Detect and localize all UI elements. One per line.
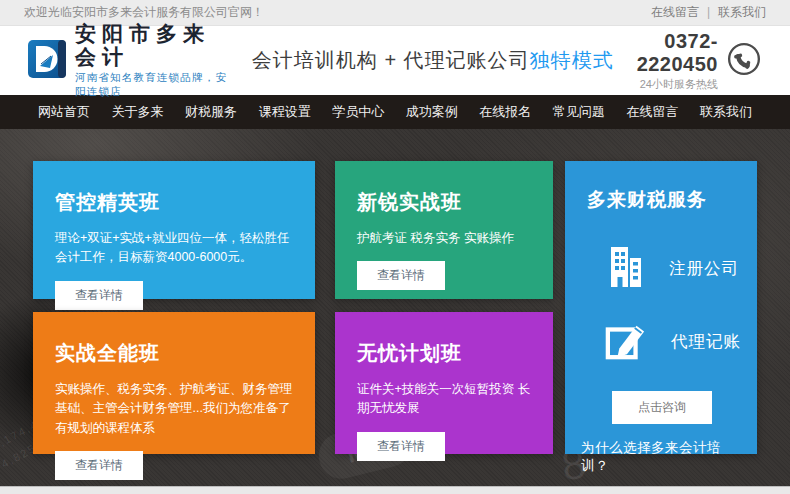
topbar-link-message[interactable]: 在线留言 xyxy=(651,5,699,19)
nav-item-contact[interactable]: 联系我们 xyxy=(700,103,752,121)
card-description: 实账操作、税务实务、护航考证、财务管理基础、主管会计财务管理...我们为您准备了… xyxy=(55,380,293,438)
topbar-links: 在线留言|联系我们 xyxy=(651,4,766,21)
logo-icon xyxy=(28,40,66,82)
service-label: 代理记账 xyxy=(671,331,741,353)
service-item-register-company[interactable]: 注册公司 xyxy=(605,245,741,293)
topbar-separator: | xyxy=(707,5,710,19)
slogan-prefix: 会计培训机构 + 代理记账公司 xyxy=(252,49,530,71)
logo-text: 安阳市多来会计 河南省知名教育连锁品牌，安阳连锁店 xyxy=(75,22,232,99)
why-choose-link[interactable]: 为什么选择多来会计培训？ xyxy=(581,439,741,475)
card-description: 证件关+技能关一次短暂投资 长期无忧发展 xyxy=(357,380,531,419)
welcome-text: 欢迎光临安阳市多来会计服务有限公司官网！ xyxy=(24,4,264,21)
panel-title: 多来财税服务 xyxy=(587,187,741,213)
pencil-icon xyxy=(605,319,647,365)
view-details-button[interactable]: 查看详情 xyxy=(55,451,143,480)
phone-hotline-label: 24小时服务热线 xyxy=(614,77,718,92)
header-slogan: 会计培训机构 + 代理记账公司独特模式 xyxy=(252,47,614,74)
logo-title: 安阳市多来会计 xyxy=(75,22,232,68)
nav-item-cases[interactable]: 成功案例 xyxy=(406,103,458,121)
slogan-highlight: 独特模式 xyxy=(530,49,614,71)
logo-tagline: 河南省知名教育连锁品牌，安阳连锁店 xyxy=(75,71,232,99)
hero-section: M+ 8 4,174,400 4,825,700 管控精英班 理论+双证+实战+… xyxy=(0,129,790,486)
view-details-button[interactable]: 查看详情 xyxy=(357,432,445,461)
course-card-guankong: 管控精英班 理论+双证+实战+就业四位一体，轻松胜任会计工作，目标薪资4000-… xyxy=(33,161,315,299)
service-label: 注册公司 xyxy=(669,258,739,280)
card-title: 新锐实战班 xyxy=(357,189,531,216)
nav-item-students[interactable]: 学员中心 xyxy=(332,103,384,121)
nav-item-courses[interactable]: 课程设置 xyxy=(259,103,311,121)
card-title: 管控精英班 xyxy=(55,189,293,216)
card-title: 实战全能班 xyxy=(55,340,293,367)
building-icon xyxy=(605,245,645,293)
view-details-button[interactable]: 查看详情 xyxy=(357,261,445,290)
phone-icon xyxy=(726,41,762,81)
service-item-bookkeeping[interactable]: 代理记账 xyxy=(605,319,741,365)
main-nav: 网站首页 关于多来 财税服务 课程设置 学员中心 成功案例 在线报名 常见问题 … xyxy=(0,95,790,129)
course-card-grid: 管控精英班 理论+双证+实战+就业四位一体，轻松胜任会计工作，目标薪资4000-… xyxy=(33,161,757,454)
header-phone: 0372-2220450 24小时服务热线 xyxy=(614,30,762,92)
tax-service-panel: 多来财税服务 xyxy=(565,161,757,454)
card-description: 护航考证 税务实务 实账操作 xyxy=(357,229,531,248)
phone-number: 0372-2220450 xyxy=(614,30,718,76)
card-title: 无忧计划班 xyxy=(357,340,531,367)
site-header: 安阳市多来会计 河南省知名教育连锁品牌，安阳连锁店 会计培训机构 + 代理记账公… xyxy=(0,26,790,95)
site-logo[interactable]: 安阳市多来会计 河南省知名教育连锁品牌，安阳连锁店 xyxy=(28,22,232,99)
consult-button[interactable]: 点击咨询 xyxy=(612,391,712,424)
course-card-xinrui: 新锐实战班 护航考证 税务实务 实账操作 查看详情 xyxy=(335,161,553,299)
course-card-wuyou: 无忧计划班 证件关+技能关一次短暂投资 长期无忧发展 查看详情 xyxy=(335,312,553,454)
nav-item-faq[interactable]: 常见问题 xyxy=(553,103,605,121)
course-card-shizhan: 实战全能班 实账操作、税务实务、护航考证、财务管理基础、主管会计财务管理...我… xyxy=(33,312,315,454)
topbar-link-contact[interactable]: 联系我们 xyxy=(718,5,766,19)
nav-item-about[interactable]: 关于多来 xyxy=(112,103,164,121)
card-description: 理论+双证+实战+就业四位一体，轻松胜任会计工作，目标薪资4000-6000元。 xyxy=(55,229,293,268)
nav-item-message[interactable]: 在线留言 xyxy=(626,103,678,121)
nav-item-signup[interactable]: 在线报名 xyxy=(479,103,531,121)
view-details-button[interactable]: 查看详情 xyxy=(55,281,143,310)
nav-item-home[interactable]: 网站首页 xyxy=(38,103,90,121)
next-section-edge xyxy=(0,486,790,494)
nav-item-tax-services[interactable]: 财税服务 xyxy=(185,103,237,121)
